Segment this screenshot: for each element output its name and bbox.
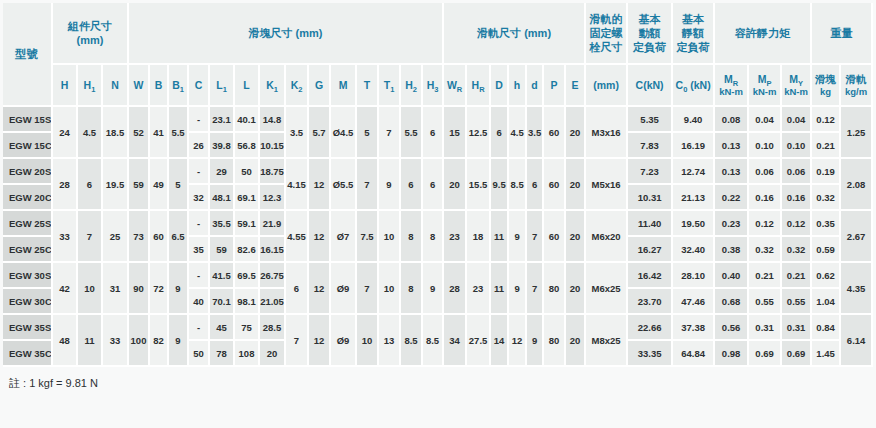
col-label-subscript: R	[479, 85, 484, 94]
model-cell: EGW 15CB	[3, 133, 53, 159]
cell-K1: 20	[260, 341, 286, 367]
col-header-E: E	[566, 65, 586, 107]
cell-MR: 0.13	[715, 133, 749, 159]
cell-B: 82	[150, 315, 169, 367]
col-label-subscript: 1	[180, 85, 184, 94]
cell-MP: 0.06	[749, 159, 782, 185]
cell-K1: 21.05	[260, 289, 286, 315]
cell-P: 60	[544, 211, 566, 263]
page: 型號組件尺寸 (mm)滑塊尺寸 (mm)滑軌尺寸 (mm)滑軌的 固定螺 栓尺寸…	[0, 0, 876, 394]
cell-MP: 0.12	[749, 211, 782, 237]
col-label-base: M	[724, 73, 733, 85]
cell-CkN: 16.27	[628, 237, 673, 263]
cell-MY: 0.69	[782, 341, 812, 367]
cell-T1: 10	[379, 263, 401, 315]
col-header-rail_kg: 滑軌kg/m	[841, 65, 873, 107]
group-header-weight: 重量	[812, 3, 873, 65]
cell-L: 69.5	[235, 263, 260, 289]
col-label-base: W	[447, 79, 457, 91]
cell-W: 59	[129, 159, 150, 211]
cell-MR: 0.38	[715, 237, 749, 263]
cell-L: 69.1	[235, 185, 260, 211]
cell-T: 7	[357, 159, 379, 211]
cell-H1: 11	[78, 315, 103, 367]
cell-C: 35	[189, 237, 210, 263]
cell-HR: 18	[467, 211, 491, 263]
cell-D: 11	[491, 263, 509, 315]
cell-L1: 23.1	[210, 107, 235, 133]
cell-MP: 0.21	[749, 263, 782, 289]
cell-L: 59.1	[235, 211, 260, 237]
col-header-H1: H1	[78, 65, 103, 107]
cell-H1: 7	[78, 211, 103, 263]
col-header-C: C	[189, 65, 210, 107]
cell-C0kN: 12.74	[673, 159, 715, 185]
col-header-MR: MRkN-m	[715, 65, 749, 107]
cell-MY: 0.12	[782, 211, 812, 237]
cell-C: 40	[189, 289, 210, 315]
cell-MY: 0.31	[782, 315, 812, 341]
model-cell: EGW 20CB	[3, 185, 53, 211]
col-header-P: P	[544, 65, 566, 107]
col-header-d: d	[527, 65, 544, 107]
cell-P: 60	[544, 159, 566, 211]
cell-C: 26	[189, 133, 210, 159]
cell-MR: 0.22	[715, 185, 749, 211]
model-cell: EGW 15SB	[3, 107, 53, 133]
cell-rail_kg: 2.67	[841, 211, 873, 263]
cell-L: 75	[235, 315, 260, 341]
col-header-MP: MPkN-m	[749, 65, 782, 107]
col-label-base: h	[514, 79, 520, 91]
col-label-base: T	[364, 79, 370, 91]
cell-CkN: 22.66	[628, 315, 673, 341]
header-sub-row: HH1NWBB1CL1LK1K2GMTT1H2H3WRHRDhdPE(mm)C(…	[3, 65, 873, 107]
col-label-unit: kN-m	[749, 86, 780, 97]
cell-E: 20	[566, 211, 586, 263]
cell-C: -	[189, 107, 210, 133]
cell-block_kg: 0.59	[812, 237, 841, 263]
cell-C: -	[189, 263, 210, 289]
cell-HR: 12.5	[467, 107, 491, 159]
model-column-header: 型號	[3, 3, 53, 107]
cell-CkN: 7.83	[628, 133, 673, 159]
cell-CkN: 5.35	[628, 107, 673, 133]
cell-M: Ø9	[331, 315, 357, 367]
cell-K1: 18.75	[260, 159, 286, 185]
cell-K2: 4.15	[286, 159, 309, 211]
cell-H3: 8	[423, 211, 444, 263]
cell-block_kg: 0.19	[812, 159, 841, 185]
cell-K2: 7	[286, 315, 309, 367]
cell-H1: 6	[78, 159, 103, 211]
cell-HR: 23	[467, 263, 491, 315]
cell-T1: 10	[379, 211, 401, 263]
cell-h: 12	[509, 315, 527, 367]
cell-B: 49	[150, 159, 169, 211]
col-label-base: B	[155, 79, 163, 91]
cell-P: 80	[544, 315, 566, 367]
cell-MP: 0.10	[749, 133, 782, 159]
cell-B: 41	[150, 107, 169, 159]
col-header-H: H	[53, 65, 78, 107]
cell-WR: 23	[444, 211, 467, 263]
cell-H3: 8.5	[423, 315, 444, 367]
cell-L1: 78	[210, 341, 235, 367]
col-header-WR: WR	[444, 65, 467, 107]
cell-MR: 0.23	[715, 211, 749, 237]
cell-rail_kg: 6.14	[841, 315, 873, 367]
col-label-base: K	[266, 79, 274, 91]
cell-C0kN: 32.40	[673, 237, 715, 263]
col-label-base: N	[111, 79, 119, 91]
col-header-G: G	[309, 65, 331, 107]
cell-K1: 10.15	[260, 133, 286, 159]
cell-L: 40.1	[235, 107, 260, 133]
cell-E: 20	[566, 159, 586, 211]
cell-T: 7	[357, 263, 379, 315]
cell-L1: 70.1	[210, 289, 235, 315]
cell-MR: 0.56	[715, 315, 749, 341]
col-header-L1: L1	[210, 65, 235, 107]
cell-T1: 7	[379, 107, 401, 159]
cell-D: 6	[491, 107, 509, 159]
cell-T1: 9	[379, 159, 401, 211]
cell-L: 98.1	[235, 289, 260, 315]
col-header-W: W	[129, 65, 150, 107]
